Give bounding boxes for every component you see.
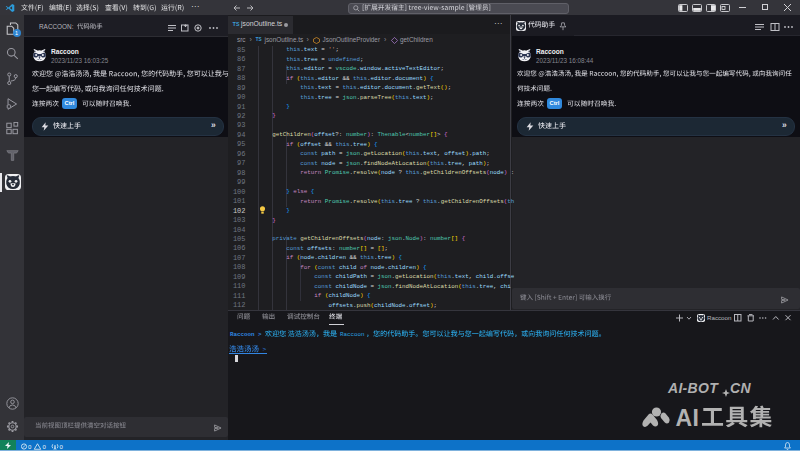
svg-text:0: 0	[60, 444, 64, 450]
svg-text:0: 0	[43, 444, 47, 450]
svg-text:0: 0	[28, 444, 32, 450]
